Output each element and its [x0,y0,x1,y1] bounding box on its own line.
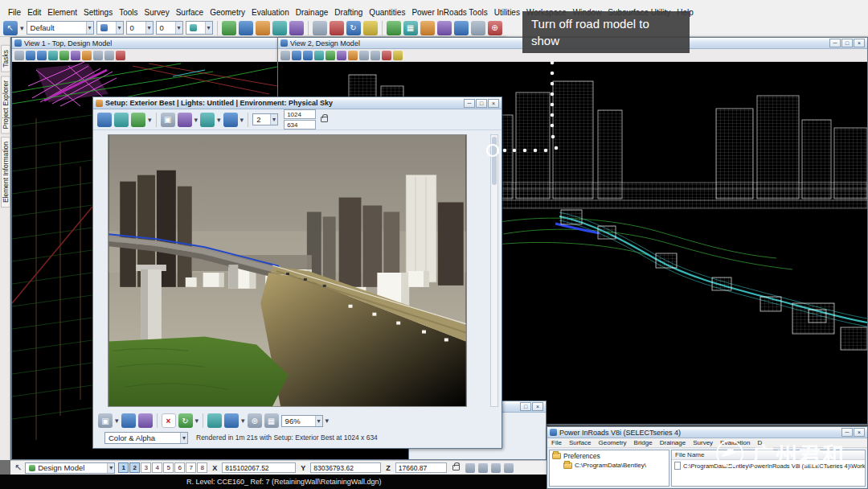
selection-pointer-icon[interactable]: ↖ [14,462,22,473]
raster-manager-icon[interactable] [256,21,270,35]
view-groups-icon[interactable] [437,21,452,35]
active-depth-icon[interactable] [491,463,501,473]
render-minimize-button[interactable]: ─ [464,99,475,108]
element-info-icon[interactable] [330,21,344,35]
menu-item-drainage[interactable]: Drainage [293,7,332,18]
level-display-icon[interactable] [289,21,304,35]
element-selection-icon[interactable]: ↖ [3,21,18,35]
coord-x-field[interactable]: 815102067.52 [222,462,296,473]
redo-icon[interactable] [363,21,378,35]
pi-menu-file[interactable]: File [551,439,562,446]
view2-display-mode-icon[interactable] [280,51,290,60]
render-titlebar[interactable]: Setup: Exterior Best | Lights: Untitled … [93,97,502,109]
render-maximize-button[interactable]: □ [476,99,487,108]
view2-maximize-button[interactable]: □ [841,39,853,47]
render-icon[interactable] [454,21,469,35]
view-toggle-2[interactable]: 2 [129,462,140,473]
view2-fit-view-icon[interactable] [326,51,335,60]
save-image-icon[interactable]: ▣ [161,113,175,127]
level-manager-icon[interactable] [272,21,287,35]
locks-icon[interactable] [478,463,488,473]
view2-window-area-icon[interactable] [314,51,324,60]
menu-item-power-inroads-tools[interactable]: Power InRoads Tools [408,7,490,18]
fragment-close-button[interactable]: × [532,402,543,411]
zoom-dropdown-icon[interactable]: ▾ [241,417,245,425]
globe-environment-icon[interactable] [200,113,215,127]
settings-dropdown-icon[interactable]: ▾ [194,116,199,124]
environment-dropdown-icon[interactable]: ▾ [217,116,221,124]
render-cube-icon[interactable] [223,113,238,127]
menu-item-file[interactable]: File [5,7,24,18]
pi-tree-child[interactable]: C:\ProgramData\Bentley\ [563,462,666,469]
pi-menu-drainage[interactable]: Drainage [660,439,686,446]
view1-zoom-out-icon[interactable] [37,51,47,60]
line-style-select[interactable]: 0▾ [126,21,154,35]
undo-icon[interactable]: ↻ [346,21,361,35]
lighting-dropdown-icon[interactable]: ▾ [148,116,152,124]
pi-tree-pane[interactable]: Preferences C:\ProgramData\Bentley\ [549,450,669,487]
view2-zoom-in-icon[interactable] [292,51,301,60]
save-dropdown-icon[interactable]: ▾ [115,417,119,425]
copy-render-icon[interactable] [121,413,136,428]
view-toggle-8[interactable]: 8 [197,462,207,473]
camera-icon[interactable] [471,21,485,35]
pi-menu-geometry[interactable]: Geometry [598,439,626,446]
render-close-button[interactable]: × [488,99,499,108]
element-dropdown-icon[interactable]: ▾ [20,24,24,32]
view-toggle-7[interactable]: 7 [186,462,196,473]
tab-element-information[interactable]: Element Information [1,137,10,208]
cells-icon[interactable] [313,21,327,35]
active-class-select[interactable]: ▾ [186,21,213,35]
render-mode-dropdown-icon[interactable]: ▾ [195,417,199,425]
aspect-lock-icon[interactable] [321,117,328,122]
view1-display-mode-icon[interactable] [14,51,24,60]
re-render-icon[interactable]: ↻ [178,413,193,428]
zoom-image-icon[interactable] [224,413,239,428]
menu-item-evaluation[interactable]: Evaluation [248,7,293,18]
tab-tasks[interactable]: Tasks [1,45,10,72]
save-render-icon[interactable]: ▣ [98,413,113,428]
tab-project-explorer[interactable]: Project Explorer [1,76,10,134]
view-toggle-5[interactable]: 5 [163,462,174,473]
view1-zoom-in-icon[interactable] [26,51,35,60]
view-toggle-4[interactable]: 4 [152,462,162,473]
pan-image-icon[interactable] [207,413,222,428]
view2-minimize-button[interactable]: ─ [829,39,841,47]
render-scrollbar[interactable] [490,134,498,407]
render-width-field[interactable]: 1024 [284,109,316,119]
view2-zoom-out-icon[interactable] [303,51,313,60]
view2-pan-view-icon[interactable] [348,51,358,60]
coord-lock-icon[interactable] [452,465,460,471]
models-icon[interactable] [222,21,236,35]
view2-close-button[interactable]: × [854,39,865,47]
delete-render-icon[interactable]: × [162,413,176,428]
view-toggle-1[interactable]: 1 [118,462,129,473]
fragment-maximize-button[interactable]: □ [520,402,531,411]
view1-clip-volume-icon[interactable] [116,51,125,60]
cube-dropdown-icon[interactable]: ▾ [240,116,244,124]
samples-select[interactable]: 2▾ [252,113,278,125]
coord-z-field[interactable]: 17660.87 [395,462,447,473]
view1-fit-view-icon[interactable] [59,51,69,60]
extra-dropdown-icon[interactable]: ▾ [326,417,330,425]
view-toggle-6[interactable]: 6 [174,462,185,473]
menu-item-tools[interactable]: Tools [116,7,141,18]
view2-clip-volume-icon[interactable] [382,51,391,60]
view2-view-previous-icon[interactable] [359,51,369,60]
view1-view-next-icon[interactable] [104,51,114,60]
selection-set-icon[interactable] [504,463,514,473]
key-in-icon[interactable] [420,21,435,35]
pi-menu-bridge[interactable]: Bridge [634,439,653,446]
view1-view-previous-icon[interactable] [93,51,103,60]
menu-item-settings[interactable]: Settings [80,7,116,18]
print-render-icon[interactable] [138,413,153,428]
render-settings-icon[interactable] [178,113,192,127]
active-model-select[interactable]: Design Model▾ [25,462,115,474]
coord-y-field[interactable]: 83036793.62 [310,462,381,473]
menu-item-survey[interactable]: Survey [141,7,173,18]
pi-menu-survey[interactable]: Survey [693,439,713,446]
menu-item-utilities[interactable]: Utilities [491,7,523,18]
settings-icon[interactable]: ⊕ [488,21,502,35]
view2-rotate-view-icon[interactable] [337,51,346,60]
measure-icon[interactable] [387,21,401,35]
